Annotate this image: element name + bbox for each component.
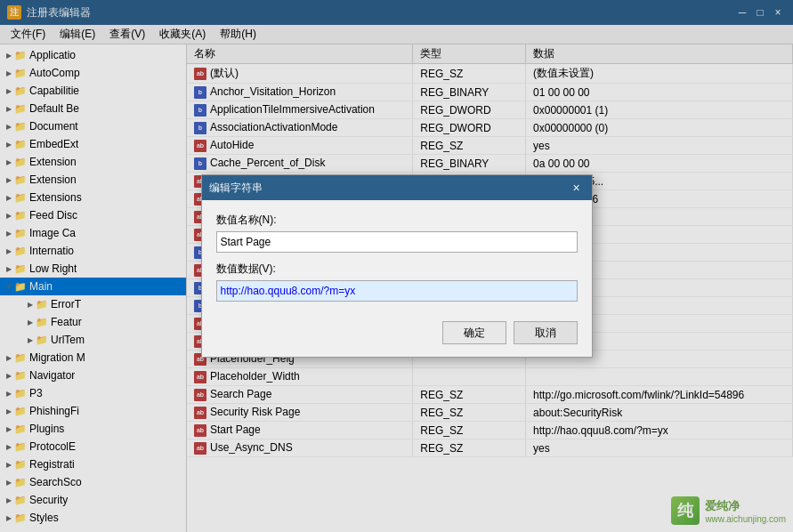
dialog-buttons: 确定 取消 [202, 314, 592, 357]
dialog-titlebar: 编辑字符串 × [202, 175, 592, 200]
dialog-title: 编辑字符串 [209, 181, 263, 196]
modal-overlay: 编辑字符串 × 数值名称(N): 数值数据(V): 确定 取消 [0, 0, 793, 532]
ok-button[interactable]: 确定 [442, 321, 506, 344]
data-label: 数值数据(V): [216, 262, 578, 277]
dialog-body: 数值名称(N): 数值数据(V): [202, 200, 592, 314]
edit-string-dialog: 编辑字符串 × 数值名称(N): 数值数据(V): 确定 取消 [201, 174, 593, 358]
name-input[interactable] [216, 231, 578, 253]
dialog-close-button[interactable]: × [569, 180, 585, 196]
data-input[interactable] [216, 280, 578, 302]
name-label: 数值名称(N): [216, 213, 578, 228]
cancel-button[interactable]: 取消 [514, 321, 578, 344]
